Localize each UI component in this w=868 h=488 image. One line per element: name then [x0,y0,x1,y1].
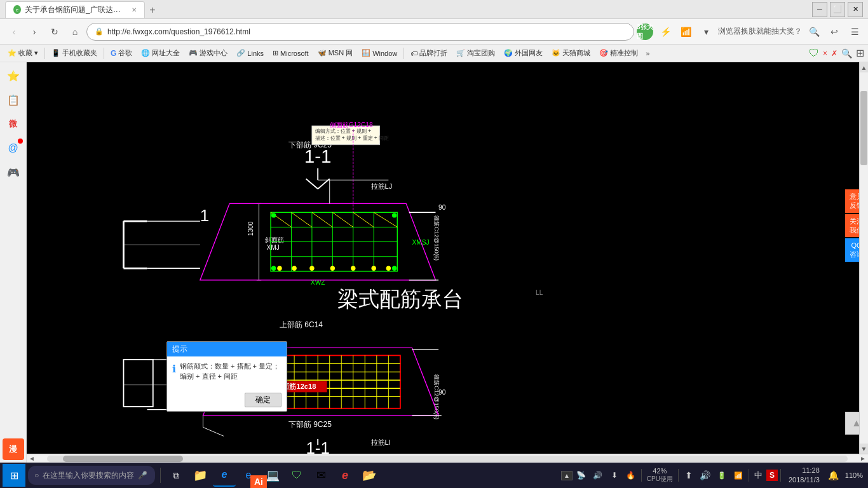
h-scroll-thumb[interactable] [63,456,183,462]
scroll-right-button[interactable]: ► [858,455,868,462]
battery-icon[interactable]: 🔋 [714,468,729,483]
taskbar-app-360[interactable]: 🛡 [285,464,308,487]
lightning-button[interactable]: ⚡ [657,24,674,40]
bookmark-google[interactable]: G 谷歌 [107,47,136,59]
sidebar-icon-manga[interactable]: 漫 [3,438,24,460]
active-tab[interactable]: e 关于承台钢筋问题_广联达服务新... ✕ [5,1,145,18]
svg-point-37 [292,266,296,271]
microphone-icon[interactable]: 🎤 [138,471,147,480]
restore-button[interactable]: ⬜ [830,2,845,17]
network-icon2[interactable]: 📶 [731,468,746,483]
tray-network-icon[interactable]: 📡 [574,468,589,483]
more-bookmarks[interactable]: » [643,48,652,58]
scroll-left-button[interactable]: ◄ [27,455,37,462]
image-count-badge[interactable]: 3张大图 [637,24,653,40]
start-button[interactable]: ⊞ [3,464,25,487]
precision-icon: 🎯 [599,49,608,57]
title-bar: e 关于承台钢筋问题_广联达服务新... ✕ + ─ ⬜ ✕ [0,0,868,19]
bookmark-label: 手机收藏夹 [62,48,97,58]
popup-ok-button[interactable]: 确定 [245,393,281,407]
sougou-ime-indicator[interactable]: S [766,470,778,481]
bookmark-tmall[interactable]: 🐱 天猫商城 [548,47,594,59]
grid-view-button[interactable]: ⊞ [856,47,864,59]
scroll-up-button[interactable]: ▲ [860,62,868,72]
bookmark-brand[interactable]: 🏷 品牌打折 [407,47,451,59]
bookmark-label: 收藏 [18,48,32,58]
adblock-icon[interactable]: × [823,49,827,58]
system-clock[interactable]: 11:28 2018/11/3 [783,464,825,487]
zoom-level[interactable]: 110% [843,471,865,479]
taskbar-search-bar[interactable]: ○ 在这里输入你要搜索的内容 🎤 [28,466,155,485]
horizontal-scrollbar[interactable]: ◄ ► [27,454,868,463]
bookmark-taobao[interactable]: 🛒 淘宝团购 [452,47,499,59]
tray-speaker-icon[interactable]: 🔊 [590,468,606,483]
taskbar-app-explorer[interactable]: 📁 [189,464,212,487]
address-bar[interactable]: 🔒 http://e.fwxgx.com/question_1976612.ht… [86,23,634,41]
bookmark-msn[interactable]: 🦋 MSN 网 [314,47,357,59]
h-scroll-track[interactable] [47,456,848,462]
taskbar-app-edge[interactable]: e [213,464,236,487]
window-icon: 🪟 [362,49,370,57]
ms-icon: ⊞ [273,49,278,57]
notification-center-button[interactable]: 🔔 [826,468,841,483]
bookmark-microsoft[interactable]: ⊞ Microsoft [269,48,313,58]
bookmark-label: Links [247,50,264,57]
filter-icon[interactable]: ✗ [831,49,837,58]
star-icon: ⭐ [8,49,17,57]
cpu-indicator[interactable]: 42% CPU使用 [644,467,675,484]
bookmark-sitemap[interactable]: 🌐 网址大全 [137,47,184,59]
undo-button[interactable]: ↩ [826,24,843,40]
ai-label[interactable]: Ai [250,475,267,488]
sidebar-icon-weibo[interactable]: 微 [3,113,24,135]
bookmark-precision[interactable]: 🎯 精准控制 [595,47,642,59]
sidebar-icon-mail[interactable]: @ [3,137,24,159]
tab-close-button[interactable]: ✕ [132,6,137,13]
svg-point-36 [277,266,281,271]
sidebar-icon-game[interactable]: 🎮 [3,161,24,183]
keyboard-layout-up-icon[interactable]: ⬆ [681,468,696,483]
page-vertical-scrollbar[interactable]: ▲ ▼ [859,62,868,454]
home-button[interactable]: ⌂ [66,23,84,41]
new-tab-button[interactable]: + [145,3,160,18]
bookmark-foreign[interactable]: 🌍 外国网友 [500,47,546,59]
taskbar-app-email[interactable]: ✉ [309,464,332,487]
scroll-track[interactable] [860,72,868,444]
taskbar-app-folder2[interactable]: 📂 [358,464,381,487]
bookmark-label: MSN 网 [329,48,353,58]
taskbar-app-browser2[interactable]: e [334,464,356,487]
360-shield-icon[interactable]: 🛡 [809,48,819,59]
search-nav-button[interactable]: 🔍 [806,24,822,40]
wifi-button[interactable]: 📶 [677,24,694,40]
google-icon: G [111,49,116,58]
scroll-thumb[interactable] [860,91,867,165]
svg-point-40 [351,266,355,271]
scroll-down-button[interactable]: ▼ [860,444,868,454]
svg-text:LL: LL [536,289,543,296]
svg-point-45 [271,266,276,271]
taskbar-app-view[interactable]: ⧉ [165,464,187,487]
bookmark-links[interactable]: 🔗 Links [233,48,268,58]
refresh-button[interactable]: ↻ [46,23,64,41]
bookmark-mobile[interactable]: 📱 手机收藏夹 [48,47,101,59]
menu-button[interactable]: ☰ [846,24,863,40]
foreign-icon: 🌍 [504,49,513,57]
nav-dropdown[interactable]: ▾ [698,24,714,40]
svg-point-38 [309,266,314,271]
tmall-icon: 🐱 [552,49,560,57]
sidebar-icon-note[interactable]: 📋 [3,89,24,111]
volume-icon[interactable]: 🔊 [698,468,713,483]
bookmark-favorites[interactable]: ⭐ 收藏 ▾ [4,47,42,59]
bookmark-window[interactable]: 🪟 Window [358,48,401,58]
ime-indicator[interactable]: 中 [752,468,765,482]
tray-expand-button[interactable]: ▲ [561,471,573,480]
tray-antivirus-icon[interactable]: 🔥 [623,468,639,483]
back-button[interactable]: ‹ [5,23,23,41]
taskbar: ⊞ ○ 在这里输入你要搜索的内容 🎤 ⧉ 📁 e e 💻 🛡 ✉ e 📂 ▲ 📡… [0,463,868,488]
search-right-button[interactable]: 🔍 [841,48,852,58]
sidebar-icon-star[interactable]: ⭐ [3,65,24,86]
minimize-button[interactable]: ─ [812,2,827,17]
bookmark-games[interactable]: 🎮 游戏中心 [185,47,231,59]
tray-download-icon[interactable]: ⬇ [607,468,622,483]
close-button[interactable]: ✕ [848,2,863,17]
forward-button[interactable]: › [25,23,43,41]
